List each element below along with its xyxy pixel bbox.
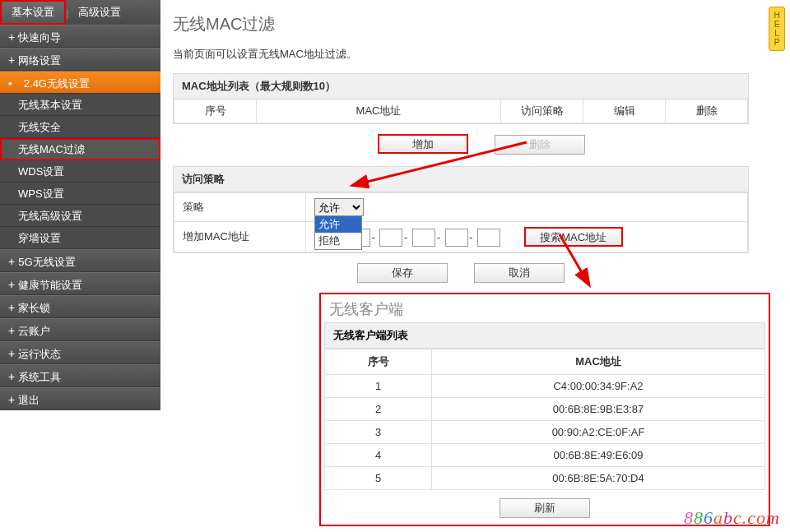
cancel-button[interactable]: 取消 xyxy=(474,263,565,283)
expand-icon: + xyxy=(8,347,15,360)
nav-label: 5G无线设置 xyxy=(18,256,75,268)
table-row[interactable]: 1C4:00:00:34:9F:A2 xyxy=(325,375,765,398)
nav-cloud[interactable]: +云账户 xyxy=(0,318,160,341)
top-tabs: 基本设置 | 高级设置 xyxy=(0,0,160,25)
delete-button[interactable]: 删除 xyxy=(495,135,585,155)
nav-tools[interactable]: +系统工具 xyxy=(0,364,160,387)
mac-input-4[interactable] xyxy=(412,229,435,247)
nav-sub-wps[interactable]: WPS设置 xyxy=(0,183,160,205)
watermark: 886abc.com xyxy=(684,507,780,529)
save-cancel-row: 保存 取消 xyxy=(173,263,749,283)
nav-sub-mac-filter[interactable]: 无线MAC过滤 xyxy=(0,138,160,160)
wireless-client-dialog: 无线客户端 无线客户端列表 序号 MAC地址 1C4:00:00:34:9F:A… xyxy=(319,293,770,526)
mac-sep: - xyxy=(468,231,475,243)
mac-input-5[interactable] xyxy=(445,229,468,247)
expand-icon: + xyxy=(8,301,15,314)
expand-icon: + xyxy=(8,370,15,383)
nav-label: WPS设置 xyxy=(18,187,64,200)
col-seq: 序号 xyxy=(174,99,257,123)
add-delete-row: 增加 删除 xyxy=(173,134,790,155)
nav-5g-wireless[interactable]: +5G无线设置 xyxy=(0,249,160,272)
add-button[interactable]: 增加 xyxy=(378,134,468,154)
col-policy: 访问策略 xyxy=(501,99,583,123)
col-del: 删除 xyxy=(666,99,748,123)
client-col-mac: MAC地址 xyxy=(432,349,765,375)
nav-health[interactable]: +健康节能设置 xyxy=(0,272,160,295)
page-title: 无线MAC过滤 xyxy=(173,13,790,35)
table-row[interactable]: 200:6B:8E:9B:E3:87 xyxy=(325,398,765,421)
nav-label: 无线安全 xyxy=(18,121,61,133)
policy-panel: 访问策略 策略 允许 允许 拒绝 增加MAC地址 xyxy=(173,166,749,253)
expand-icon: + xyxy=(8,278,15,291)
nav-label: 快速向导 xyxy=(18,31,61,44)
save-button[interactable]: 保存 xyxy=(357,263,448,283)
policy-select[interactable]: 允许 xyxy=(314,198,364,216)
expand-icon: + xyxy=(8,324,15,337)
nav-label: 运行状态 xyxy=(18,348,61,360)
nav-sub-adv[interactable]: 无线高级设置 xyxy=(0,205,160,227)
mac-sep: - xyxy=(370,231,377,243)
search-mac-button[interactable]: 搜索MAC地址 xyxy=(524,227,623,247)
nav-label: 云账户 xyxy=(18,325,50,337)
option-allow[interactable]: 允许 xyxy=(315,216,361,233)
policy-dropdown: 允许 拒绝 xyxy=(314,215,362,250)
nav-label: 无线MAC过滤 xyxy=(18,143,85,155)
help-tab[interactable]: HELP xyxy=(769,7,785,51)
refresh-button[interactable]: 刷新 xyxy=(500,498,590,518)
main: 无线MAC过滤 当前页面可以设置无线MAC地址过滤。 MAC地址列表（最大规则数… xyxy=(173,0,790,283)
dialog-list-header: 无线客户端列表 xyxy=(324,322,765,349)
row-addmac-label: 增加MAC地址 xyxy=(174,222,306,252)
mac-list-header: MAC地址列表（最大规则数10） xyxy=(174,74,748,99)
expand-icon: + xyxy=(8,393,15,406)
nav-sub-security[interactable]: 无线安全 xyxy=(0,116,160,138)
nav-label: 无线基本设置 xyxy=(18,99,82,111)
nav: +快速向导 +网络设置 +2.4G无线设置 无线基本设置 无线安全 无线MAC过… xyxy=(0,25,160,410)
mac-sep: - xyxy=(402,231,409,243)
nav-status[interactable]: +运行状态 xyxy=(0,341,160,364)
expand-icon: + xyxy=(8,30,15,44)
nav-sub-wds[interactable]: WDS设置 xyxy=(0,160,160,183)
nav-2g-wireless[interactable]: +2.4G无线设置 xyxy=(0,71,160,94)
nav-label: 无线高级设置 xyxy=(18,210,82,222)
nav-label: 穿墙设置 xyxy=(18,232,61,244)
sidebar: 基本设置 | 高级设置 +快速向导 +网络设置 +2.4G无线设置 无线基本设置… xyxy=(0,0,160,410)
row-policy-label: 策略 xyxy=(174,193,306,222)
expand-icon: + xyxy=(8,53,15,67)
mac-sep: - xyxy=(435,231,442,243)
nav-network[interactable]: +网络设置 xyxy=(0,48,160,71)
nav-sub-basic[interactable]: 无线基本设置 xyxy=(0,94,160,116)
table-row[interactable]: 300:90:A2:CE:0F:AF xyxy=(325,421,765,444)
col-mac: MAC地址 xyxy=(257,99,501,123)
nav-quick-wizard[interactable]: +快速向导 xyxy=(0,25,160,48)
mac-list-table: 序号 MAC地址 访问策略 编辑 删除 xyxy=(174,99,748,123)
client-col-seq: 序号 xyxy=(325,349,432,375)
page-desc: 当前页面可以设置无线MAC地址过滤。 xyxy=(173,47,790,62)
nav-label: 网络设置 xyxy=(18,54,61,67)
nav-label: 家长锁 xyxy=(18,302,50,314)
nav-label: 退出 xyxy=(18,394,40,406)
option-deny[interactable]: 拒绝 xyxy=(315,233,361,249)
expand-icon: + xyxy=(8,255,15,268)
nav-logout[interactable]: +退出 xyxy=(0,387,160,410)
nav-sub-wall[interactable]: 穿墙设置 xyxy=(0,227,160,249)
tab-basic[interactable]: 基本设置 xyxy=(0,0,66,25)
nav-parental[interactable]: +家长锁 xyxy=(0,295,160,318)
tab-advanced[interactable]: 高级设置 xyxy=(68,0,131,25)
table-row[interactable]: 500:6B:8E:5A:70:D4 xyxy=(325,467,765,490)
client-table: 序号 MAC地址 1C4:00:00:34:9F:A2 200:6B:8E:9B… xyxy=(324,349,765,490)
table-row[interactable]: 400:6B:8E:49:E6:09 xyxy=(325,444,765,467)
mac-input-3[interactable] xyxy=(379,229,402,247)
nav-label: WDS设置 xyxy=(18,165,64,178)
mac-list-panel: MAC地址列表（最大规则数10） 序号 MAC地址 访问策略 编辑 删除 xyxy=(173,73,749,124)
policy-header: 访问策略 xyxy=(174,167,748,192)
nav-label: 系统工具 xyxy=(18,371,61,383)
nav-label: 健康节能设置 xyxy=(18,279,82,291)
col-edit: 编辑 xyxy=(583,99,666,123)
nav-label: 2.4G无线设置 xyxy=(24,77,90,90)
mac-input-6[interactable] xyxy=(477,229,500,247)
dialog-title: 无线客户端 xyxy=(321,294,769,322)
